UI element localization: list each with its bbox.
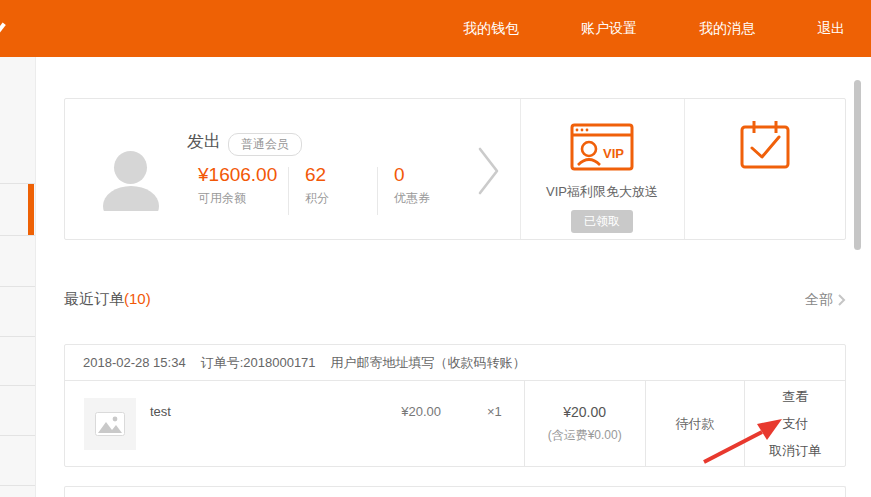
user-center-page: 我的钱包 账户设置 我的消息 退出 发出 普通会员 ¥1606.00 可用余额 xyxy=(0,0,871,497)
product-unit-price: ¥20.00 xyxy=(401,404,441,419)
cancel-order-link[interactable]: 取消订单 xyxy=(769,442,821,460)
sidebar-item[interactable] xyxy=(0,385,35,435)
points-value: 62 xyxy=(305,165,361,185)
order-card: 2018-02-28 15:34 订单号:2018000171 用户邮寄地址填写… xyxy=(64,344,846,467)
orders-section-header: 最近订单(10) 全部 xyxy=(64,290,846,309)
stat-points[interactable]: 62 积分 xyxy=(289,165,377,207)
order-shipping-note: (含运费¥0.00) xyxy=(548,427,622,444)
sidebar-item[interactable] xyxy=(0,485,35,497)
order-datetime: 2018-02-28 15:34 xyxy=(83,355,186,370)
view-all-label: 全部 xyxy=(805,291,833,309)
sidebar-top-panel xyxy=(0,57,35,183)
view-order-link[interactable]: 查看 xyxy=(782,388,808,406)
order-card-body: test ¥20.00 ×1 ¥20.00 (含运费¥0.00) 待付款 查看 … xyxy=(65,381,845,467)
order-card-header: 2018-02-28 15:34 订单号:2018000171 用户邮寄地址填写… xyxy=(65,345,845,381)
sidebar-item[interactable] xyxy=(0,286,35,336)
sidebar xyxy=(0,57,36,497)
signin-calendar-block[interactable] xyxy=(684,99,845,239)
nav-my-wallet[interactable]: 我的钱包 xyxy=(463,20,519,38)
avatar xyxy=(101,151,161,211)
header-nav: 我的钱包 账户设置 我的消息 退出 xyxy=(463,0,871,57)
coupons-value: 0 xyxy=(394,165,450,185)
order-product-cell: test ¥20.00 ×1 xyxy=(65,381,524,467)
vip-promo-title: VIP福利限免大放送 xyxy=(520,183,684,201)
svg-text:VIP: VIP xyxy=(603,146,624,161)
image-placeholder-icon xyxy=(95,412,125,436)
sidebar-item[interactable] xyxy=(0,235,35,286)
product-quantity: ×1 xyxy=(487,404,502,419)
sidebar-active-indicator xyxy=(28,184,34,235)
order-note: 用户邮寄地址填写（收款码转账） xyxy=(331,354,526,372)
logo-fragment xyxy=(0,23,6,39)
scrollbar-thumb[interactable] xyxy=(854,80,861,250)
membership-badge: 普通会员 xyxy=(228,133,302,156)
orders-count: (10) xyxy=(124,290,151,307)
orders-title: 最近订单(10) xyxy=(64,290,151,309)
product-thumbnail[interactable] xyxy=(84,398,136,450)
balance-value: ¥1606.00 xyxy=(198,165,288,185)
sidebar-item[interactable] xyxy=(0,336,35,385)
order-actions-cell: 查看 支付 取消订单 xyxy=(744,381,845,467)
nav-my-messages[interactable]: 我的消息 xyxy=(699,20,755,38)
points-label: 积分 xyxy=(305,190,361,207)
vip-browser-icon: VIP xyxy=(520,123,684,175)
stat-coupons[interactable]: 0 优惠券 xyxy=(378,165,466,207)
nav-logout[interactable]: 退出 xyxy=(817,20,845,38)
orders-title-text: 最近订单 xyxy=(64,290,124,307)
order-card-partial xyxy=(64,486,846,497)
chevron-right-icon[interactable] xyxy=(476,145,502,201)
profile-card: 发出 普通会员 ¥1606.00 可用余额 62 积分 0 优惠券 xyxy=(64,98,846,240)
pay-order-link[interactable]: 支付 xyxy=(782,415,808,433)
balance-label: 可用余额 xyxy=(198,190,288,207)
sidebar-item[interactable] xyxy=(0,435,35,485)
stat-balance[interactable]: ¥1606.00 可用余额 xyxy=(198,165,288,207)
avatar-shoulders-shape xyxy=(103,186,159,211)
claimed-button[interactable]: 已领取 xyxy=(571,210,633,233)
order-status: 待付款 xyxy=(645,381,745,467)
order-total-amount: ¥20.00 xyxy=(563,404,606,420)
order-number: 订单号:2018000171 xyxy=(201,354,316,372)
vip-promo-block[interactable]: VIP VIP福利限免大放送 已领取 xyxy=(520,99,684,239)
order-total-cell: ¥20.00 (含运费¥0.00) xyxy=(524,381,645,467)
avatar-head-shape xyxy=(114,151,147,184)
nav-account-settings[interactable]: 账户设置 xyxy=(581,20,637,38)
product-name: test xyxy=(150,404,401,419)
view-all-orders-link[interactable]: 全部 xyxy=(805,291,846,309)
account-stats: ¥1606.00 可用余额 62 积分 0 优惠券 xyxy=(198,165,466,215)
top-header: 我的钱包 账户设置 我的消息 退出 xyxy=(0,0,871,57)
username: 发出 xyxy=(187,130,221,153)
calendar-check-icon xyxy=(684,118,845,176)
chevron-right-icon xyxy=(837,293,846,307)
coupons-label: 优惠券 xyxy=(394,190,450,207)
